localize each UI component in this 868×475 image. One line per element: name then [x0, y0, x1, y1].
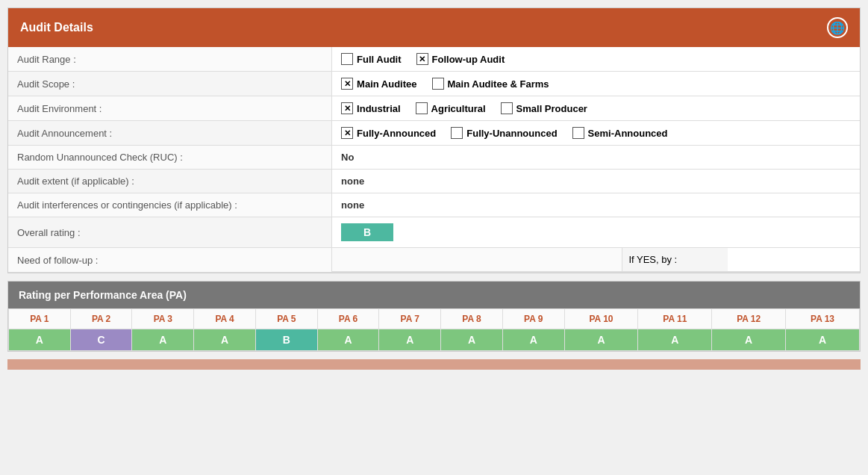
pa-value-cell: A [379, 329, 441, 351]
audit-environment-label: Audit Environment : [8, 96, 332, 121]
industrial-label: Industrial [357, 103, 401, 114]
audit-scope-options: Main Auditee Main Auditee & Farms [332, 72, 860, 96]
pa-value-cell: A [786, 329, 860, 351]
small-producer-checkbox[interactable] [501, 102, 513, 114]
rating-badge: B [341, 223, 393, 241]
pa-values-row: ACAABAAAAAAAA [9, 329, 860, 351]
agricultural-label: Agricultural [431, 103, 486, 114]
industrial-option[interactable]: Industrial [341, 102, 401, 114]
pa-value-cell: A [564, 329, 638, 351]
pa-column-label: PA 5 [255, 309, 317, 329]
audit-interferences-row: Audit interferences or contingencies (if… [8, 193, 860, 217]
audit-announcement-row: Audit Announcement : Fully-Announced Ful… [8, 121, 860, 146]
main-auditee-farms-label: Main Auditee & Farms [448, 78, 549, 90]
need-followup-cell: If YES, by : [332, 248, 860, 273]
overall-rating-label: Overall rating : [8, 217, 332, 248]
pa-value-cell: B [255, 329, 317, 351]
audit-interferences-value: none [332, 193, 860, 217]
pa-column-label: PA 13 [786, 309, 860, 329]
pa-column-label: PA 11 [638, 309, 712, 329]
pa-column-label: PA 7 [379, 309, 441, 329]
pa-value-cell: C [70, 329, 132, 351]
overall-rating-value: B [332, 217, 860, 248]
card-title: Audit Details [20, 21, 93, 34]
follow-up-audit-label: Follow-up Audit [432, 54, 505, 65]
fully-announced-option[interactable]: Fully-Announced [341, 127, 436, 139]
pa-title: Rating per Performance Area (PA) [19, 289, 187, 301]
need-followup-input-cell [332, 248, 622, 272]
audit-details-table: Audit Range : Full Audit Follow-up Audit… [8, 47, 860, 273]
pa-header: Rating per Performance Area (PA) [8, 282, 860, 308]
if-yes-by-value [728, 248, 860, 272]
audit-range-label: Audit Range : [8, 47, 332, 72]
audit-interferences-label: Audit interferences or contingencies (if… [8, 193, 332, 217]
pa-table: PA 1PA 2PA 3PA 4PA 5PA 6PA 7PA 8PA 9PA 1… [8, 308, 860, 351]
semi-announced-checkbox[interactable] [572, 127, 584, 139]
pa-value-cell: A [317, 329, 379, 351]
follow-up-audit-checkbox[interactable] [416, 53, 428, 65]
card-header: Audit Details 🌐 [8, 8, 860, 47]
semi-announced-option[interactable]: Semi-Announced [572, 127, 668, 139]
need-followup-label: Need of follow-up : [8, 248, 332, 273]
pa-column-label: PA 1 [9, 309, 71, 329]
pa-column-label: PA 8 [441, 309, 503, 329]
pa-value-cell: A [502, 329, 564, 351]
full-audit-label: Full Audit [357, 54, 401, 65]
industrial-checkbox[interactable] [341, 102, 353, 114]
small-producer-label: Small Producer [516, 103, 587, 114]
audit-range-row: Audit Range : Full Audit Follow-up Audit [8, 47, 860, 72]
full-audit-checkbox[interactable] [341, 53, 353, 65]
need-followup-row: Need of follow-up : If YES, by : [8, 248, 860, 273]
overall-rating-row: Overall rating : B [8, 217, 860, 248]
agricultural-option[interactable]: Agricultural [416, 102, 486, 114]
fully-unannounced-checkbox[interactable] [451, 127, 463, 139]
if-yes-by-label: If YES, by : [622, 248, 728, 272]
audit-environment-row: Audit Environment : Industrial Agricultu… [8, 96, 860, 121]
pa-value-cell: A [441, 329, 503, 351]
pa-value-cell: A [638, 329, 712, 351]
fully-unannounced-option[interactable]: Fully-Unannounced [451, 127, 557, 139]
pa-column-label: PA 12 [712, 309, 786, 329]
pa-value-cell: A [9, 329, 71, 351]
follow-up-audit-option[interactable]: Follow-up Audit [416, 53, 505, 65]
main-auditee-farms-checkbox[interactable] [432, 78, 444, 90]
audit-range-options: Full Audit Follow-up Audit [332, 47, 860, 72]
audit-environment-options: Industrial Agricultural Small Producer [332, 96, 860, 121]
audit-extent-value: none [332, 170, 860, 193]
pa-column-label: PA 3 [132, 309, 194, 329]
audit-scope-row: Audit Scope : Main Auditee Main Auditee … [8, 72, 860, 96]
pa-value-cell: A [712, 329, 786, 351]
pa-rating-card: Rating per Performance Area (PA) PA 1PA … [7, 281, 861, 352]
fully-unannounced-label: Fully-Unannounced [466, 128, 557, 139]
ruc-value: No [332, 146, 860, 170]
pa-value-cell: A [194, 329, 256, 351]
small-producer-option[interactable]: Small Producer [501, 102, 587, 114]
main-auditee-label: Main Auditee [357, 78, 416, 90]
globe-icon: 🌐 [827, 17, 848, 38]
bottom-bar [7, 359, 861, 370]
audit-details-card: Audit Details 🌐 Audit Range : Full Audit… [7, 7, 861, 273]
audit-announcement-label: Audit Announcement : [8, 121, 332, 146]
full-audit-option[interactable]: Full Audit [341, 53, 401, 65]
fully-announced-checkbox[interactable] [341, 127, 353, 139]
fully-announced-label: Fully-Announced [357, 128, 436, 139]
pa-column-label: PA 6 [317, 309, 379, 329]
main-auditee-farms-option[interactable]: Main Auditee & Farms [432, 78, 549, 90]
pa-labels-row: PA 1PA 2PA 3PA 4PA 5PA 6PA 7PA 8PA 9PA 1… [9, 309, 860, 329]
audit-extent-row: Audit extent (if applicable) : none [8, 170, 860, 193]
agricultural-checkbox[interactable] [416, 102, 428, 114]
semi-announced-label: Semi-Announced [588, 128, 668, 139]
main-auditee-option[interactable]: Main Auditee [341, 78, 416, 90]
pa-column-label: PA 10 [564, 309, 638, 329]
pa-column-label: PA 9 [502, 309, 564, 329]
ruc-label: Random Unannounced Check (RUC) : [8, 146, 332, 170]
audit-extent-label: Audit extent (if applicable) : [8, 170, 332, 193]
audit-scope-label: Audit Scope : [8, 72, 332, 96]
audit-announcement-options: Fully-Announced Fully-Unannounced Semi-A… [332, 121, 860, 146]
pa-column-label: PA 2 [70, 309, 132, 329]
pa-column-label: PA 4 [194, 309, 256, 329]
main-auditee-checkbox[interactable] [341, 78, 353, 90]
pa-value-cell: A [132, 329, 194, 351]
ruc-row: Random Unannounced Check (RUC) : No [8, 146, 860, 170]
